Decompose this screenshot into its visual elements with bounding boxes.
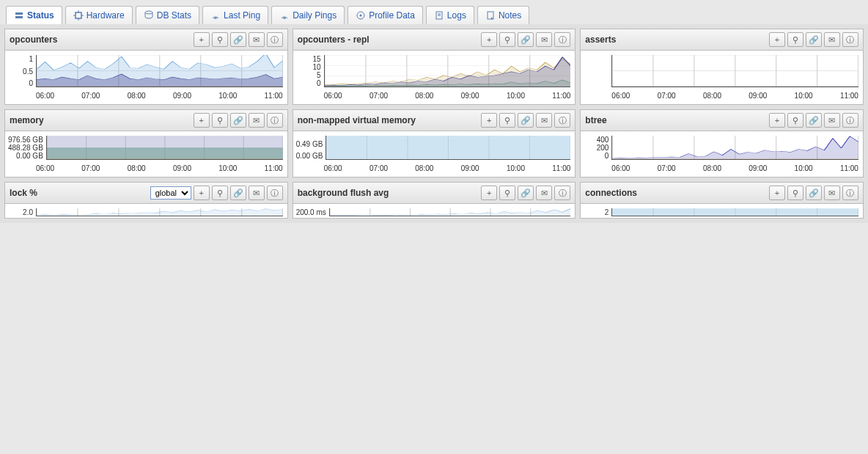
mail-button[interactable]: ✉ bbox=[249, 186, 265, 200]
add-button[interactable]: + bbox=[481, 32, 497, 47]
add-button[interactable]: + bbox=[194, 113, 210, 128]
tab-dbstats[interactable]: DB Stats bbox=[136, 6, 199, 24]
link-button[interactable]: 🔗 bbox=[518, 186, 534, 200]
svg-point-11 bbox=[360, 15, 362, 17]
svg-point-7 bbox=[145, 11, 152, 14]
panel-header: background flush avg+⚲🔗✉ⓘ bbox=[293, 183, 575, 204]
tab-label: Profile Data bbox=[369, 10, 415, 21]
add-button[interactable]: + bbox=[769, 186, 785, 200]
plus-icon: + bbox=[199, 35, 203, 44]
info-button[interactable]: ⓘ bbox=[267, 32, 283, 47]
link-icon: 🔗 bbox=[809, 35, 819, 45]
info-button[interactable]: ⓘ bbox=[267, 186, 283, 200]
panel-header: lock %global+⚲🔗✉ⓘ bbox=[5, 183, 287, 204]
plot-area bbox=[329, 208, 571, 216]
mail-button[interactable]: ✉ bbox=[249, 113, 265, 128]
info-button[interactable]: ⓘ bbox=[842, 113, 858, 128]
info-icon: ⓘ bbox=[271, 188, 279, 199]
zoom-button[interactable]: ⚲ bbox=[787, 32, 803, 47]
panel-tools: +⚲🔗✉ⓘ bbox=[769, 113, 858, 128]
mail-button[interactable]: ✉ bbox=[536, 32, 552, 47]
link-icon: 🔗 bbox=[233, 35, 243, 45]
add-button[interactable]: + bbox=[769, 32, 785, 47]
info-icon: ⓘ bbox=[271, 115, 279, 126]
link-button[interactable]: 🔗 bbox=[806, 186, 822, 200]
radar-icon bbox=[279, 10, 290, 21]
panel-header: btree+⚲🔗✉ⓘ bbox=[581, 110, 863, 131]
info-button[interactable]: ⓘ bbox=[554, 32, 570, 47]
link-button[interactable]: 🔗 bbox=[230, 186, 246, 200]
info-button[interactable]: ⓘ bbox=[842, 32, 858, 47]
mail-icon: ✉ bbox=[253, 188, 260, 198]
mail-icon: ✉ bbox=[253, 116, 260, 125]
chart-body: 151050 bbox=[293, 51, 575, 89]
tab-label: Daily Pings bbox=[293, 10, 336, 21]
tab-logs[interactable]: Logs bbox=[426, 6, 474, 24]
tab-notes[interactable]: Notes bbox=[477, 6, 529, 24]
panel-title: opcounters - repl bbox=[298, 34, 369, 45]
x-axis-labels: 06:0007:0008:0009:0010:0011:00 bbox=[293, 161, 575, 177]
link-button[interactable]: 🔗 bbox=[806, 113, 822, 128]
mail-icon: ✉ bbox=[541, 116, 548, 125]
plot-area bbox=[46, 136, 283, 160]
chip-icon bbox=[73, 10, 84, 21]
x-axis-labels: 06:0007:0008:0009:0010:0011:00 bbox=[581, 89, 863, 104]
panel-title: opcounters bbox=[10, 34, 57, 45]
magnifier-icon: ⚲ bbox=[504, 116, 510, 125]
magnifier-icon: ⚲ bbox=[792, 35, 798, 45]
link-button[interactable]: 🔗 bbox=[230, 32, 246, 47]
tab-label: DB Stats bbox=[157, 10, 191, 21]
info-button[interactable]: ⓘ bbox=[842, 186, 858, 200]
zoom-button[interactable]: ⚲ bbox=[212, 113, 228, 128]
panel-header: asserts+⚲🔗✉ⓘ bbox=[581, 29, 863, 51]
info-button[interactable]: ⓘ bbox=[554, 113, 570, 128]
mail-button[interactable]: ✉ bbox=[249, 32, 265, 47]
chart-body: 2.0 bbox=[5, 204, 287, 218]
tab-profile[interactable]: Profile Data bbox=[347, 6, 423, 24]
magnifier-icon: ⚲ bbox=[792, 188, 798, 198]
info-button[interactable]: ⓘ bbox=[267, 113, 283, 128]
zoom-button[interactable]: ⚲ bbox=[787, 186, 803, 200]
svg-rect-0 bbox=[15, 12, 23, 15]
magnifier-icon: ⚲ bbox=[217, 35, 223, 45]
add-button[interactable]: + bbox=[194, 186, 210, 200]
info-icon: ⓘ bbox=[559, 34, 567, 45]
zoom-button[interactable]: ⚲ bbox=[212, 186, 228, 200]
panel-bgflush: background flush avg+⚲🔗✉ⓘ200.0 ms bbox=[293, 182, 576, 219]
add-button[interactable]: + bbox=[194, 32, 210, 47]
panel-header: opcounters+⚲🔗✉ⓘ bbox=[5, 29, 287, 51]
link-button[interactable]: 🔗 bbox=[230, 113, 246, 128]
lock-scope-select[interactable]: global bbox=[150, 186, 191, 199]
info-icon: ⓘ bbox=[271, 34, 279, 45]
mail-button[interactable]: ✉ bbox=[824, 32, 840, 47]
panel-connections: connections+⚲🔗✉ⓘ2 bbox=[580, 182, 864, 219]
link-button[interactable]: 🔗 bbox=[806, 32, 822, 47]
link-icon: 🔗 bbox=[521, 188, 531, 198]
zoom-button[interactable]: ⚲ bbox=[499, 186, 515, 200]
link-button[interactable]: 🔗 bbox=[518, 113, 534, 128]
plus-icon: + bbox=[775, 188, 779, 197]
add-button[interactable]: + bbox=[481, 113, 497, 128]
disc-icon bbox=[356, 10, 366, 21]
info-icon: ⓘ bbox=[846, 34, 854, 45]
panel-nonmapped: non-mapped virtual memory+⚲🔗✉ⓘ0.49 GB0.0… bbox=[293, 109, 576, 177]
panel-opcounters: opcounters+⚲🔗✉ⓘ10.5006:0007:0008:0009:00… bbox=[4, 29, 288, 105]
add-button[interactable]: + bbox=[769, 113, 785, 128]
tab-status[interactable]: Status bbox=[6, 6, 62, 24]
add-button[interactable]: + bbox=[481, 186, 497, 200]
mail-button[interactable]: ✉ bbox=[824, 186, 840, 200]
y-axis-labels: 151050 bbox=[296, 55, 324, 87]
zoom-button[interactable]: ⚲ bbox=[499, 113, 515, 128]
tab-hardware[interactable]: Hardware bbox=[65, 6, 133, 24]
zoom-button[interactable]: ⚲ bbox=[787, 113, 803, 128]
tab-dailypings[interactable]: Daily Pings bbox=[271, 6, 345, 24]
info-button[interactable]: ⓘ bbox=[554, 186, 570, 200]
mail-button[interactable]: ✉ bbox=[824, 113, 840, 128]
tab-lastping[interactable]: Last Ping bbox=[202, 6, 268, 24]
zoom-button[interactable]: ⚲ bbox=[212, 32, 228, 47]
link-button[interactable]: 🔗 bbox=[518, 32, 534, 47]
mail-button[interactable]: ✉ bbox=[536, 186, 552, 200]
mail-button[interactable]: ✉ bbox=[536, 113, 552, 128]
zoom-button[interactable]: ⚲ bbox=[499, 32, 515, 47]
panel-title: memory bbox=[10, 115, 44, 125]
